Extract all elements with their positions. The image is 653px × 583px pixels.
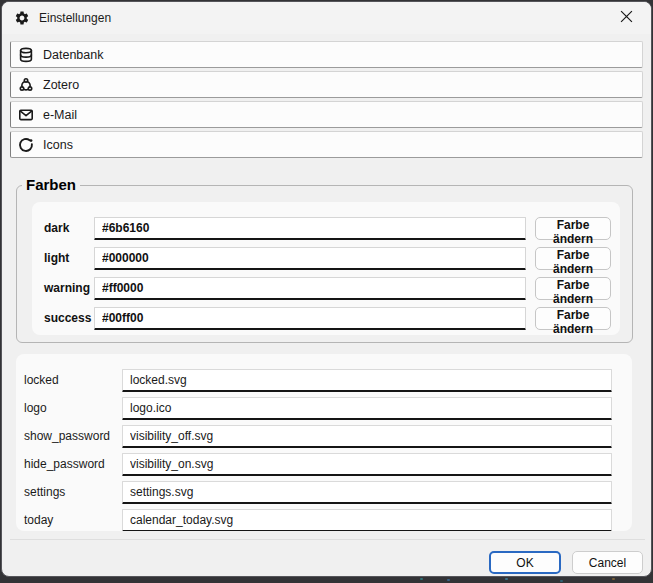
icon-file-input[interactable] xyxy=(122,453,612,476)
icon-key-label: locked xyxy=(24,373,122,387)
desktop-speckle xyxy=(447,579,450,581)
icon-key-label: show_password xyxy=(24,429,122,443)
color-row-warning: warning Farbe ändern xyxy=(44,276,620,300)
change-color-button[interactable]: Farbe ändern xyxy=(535,217,611,240)
section-label: e-Mail xyxy=(43,108,77,122)
section-button-email[interactable]: e-Mail xyxy=(10,101,643,128)
section-label: Datenbank xyxy=(43,48,103,62)
desktop-speckle xyxy=(420,578,423,580)
mail-icon xyxy=(17,106,34,123)
change-color-button[interactable]: Farbe ändern xyxy=(535,247,611,270)
change-color-button[interactable]: Farbe ändern xyxy=(535,307,611,330)
icon-row-logo: logo xyxy=(24,394,632,422)
settings-dialog: Einstellungen Datenbank xyxy=(1,1,652,577)
color-value-input[interactable] xyxy=(94,247,526,270)
zotero-icon xyxy=(17,76,34,93)
color-value-input[interactable] xyxy=(94,217,526,240)
footer-separator xyxy=(10,539,645,540)
section-button-icons[interactable]: Icons xyxy=(10,131,643,158)
desktop-speckle xyxy=(612,578,615,580)
color-row-light: light Farbe ändern xyxy=(44,246,620,270)
icon-row-settings: settings xyxy=(24,478,632,506)
icon-file-input[interactable] xyxy=(122,425,612,448)
section-label: Icons xyxy=(43,138,73,152)
icon-key-label: settings xyxy=(24,485,122,499)
title-bar: Einstellungen xyxy=(2,2,651,34)
desktop-background: Einstellungen Datenbank xyxy=(0,0,653,583)
color-label: success xyxy=(44,311,94,325)
icon-file-input[interactable] xyxy=(122,397,612,420)
color-value-input[interactable] xyxy=(94,307,526,330)
color-row-success: success Farbe ändern xyxy=(44,306,620,330)
icon-row-today: today xyxy=(24,506,632,531)
section-label: Zotero xyxy=(43,78,79,92)
change-color-button[interactable]: Farbe ändern xyxy=(535,277,611,300)
section-button-datenbank[interactable]: Datenbank xyxy=(10,41,643,68)
icon-key-label: hide_password xyxy=(24,457,122,471)
close-button[interactable] xyxy=(604,2,649,33)
gear-icon xyxy=(14,10,30,26)
window-title: Einstellungen xyxy=(39,11,111,25)
icon-row-locked: locked xyxy=(24,366,632,394)
icon-row-hide-password: hide_password xyxy=(24,450,632,478)
farben-group-title: Farben xyxy=(22,175,80,194)
cancel-button[interactable]: Cancel xyxy=(572,551,643,574)
icon-file-input[interactable] xyxy=(122,481,612,504)
icon-key-label: today xyxy=(24,513,122,527)
desktop-speckle xyxy=(505,578,508,580)
ok-button[interactable]: OK xyxy=(489,551,561,574)
desktop-speckle xyxy=(560,580,563,582)
icon-row-show-password: show_password xyxy=(24,422,632,450)
color-label: light xyxy=(44,251,94,265)
icons-list-panel[interactable]: locked logo show_password hide_password … xyxy=(16,354,632,531)
farben-panel: dark Farbe ändern light Farbe ändern war… xyxy=(32,202,620,335)
icon-file-input[interactable] xyxy=(122,369,612,392)
loop-icon xyxy=(17,136,34,153)
color-value-input[interactable] xyxy=(94,277,526,300)
database-icon xyxy=(17,46,34,63)
color-label: warning xyxy=(44,281,94,295)
icon-key-label: logo xyxy=(24,401,122,415)
icon-file-input[interactable] xyxy=(122,509,612,532)
section-button-zotero[interactable]: Zotero xyxy=(10,71,643,98)
close-icon xyxy=(620,10,633,26)
color-row-dark: dark Farbe ändern xyxy=(44,216,620,240)
color-label: dark xyxy=(44,221,94,235)
